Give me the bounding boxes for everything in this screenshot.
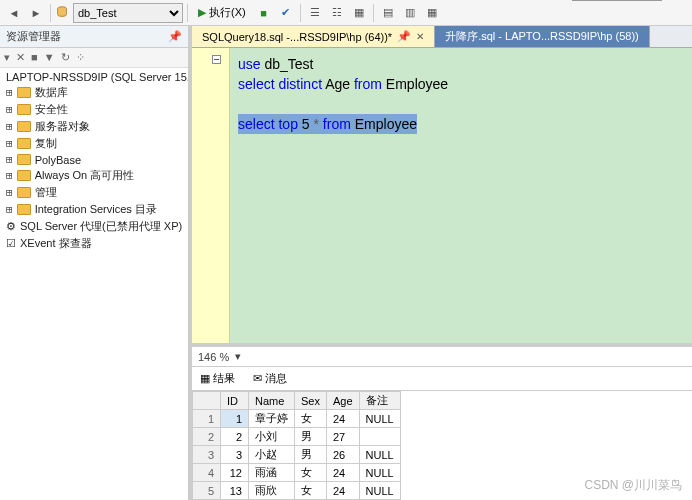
collapse-icon[interactable] [212, 55, 221, 64]
sql-editor[interactable]: use db_Test select distinct Age from Emp… [192, 48, 692, 343]
nav-back-icon[interactable]: ◄ [4, 3, 24, 23]
tool-icon[interactable]: ☷ [327, 3, 347, 23]
tool-icon[interactable]: ▤ [378, 3, 398, 23]
filter-icon[interactable]: ▼ [44, 51, 55, 64]
tree-node[interactable]: ☑XEvent 探查器 [4, 235, 184, 252]
refresh-icon[interactable]: ↻ [61, 51, 70, 64]
database-selector[interactable]: db_Test [55, 3, 183, 23]
activity-icon[interactable]: ⁘ [76, 51, 85, 64]
tool-icon[interactable]: ▦ [422, 3, 442, 23]
disconnect-icon[interactable]: ✕ [16, 51, 25, 64]
col-header[interactable]: Sex [295, 392, 327, 410]
tree-node[interactable]: ⊞PolyBase [4, 152, 184, 167]
explorer-toolbar: ▾ ✕ ■ ▼ ↻ ⁘ [0, 48, 188, 68]
main-toolbar: ◄ ► db_Test ▶ 执行(X) ■ ✔ ☰ ☷ ▦ ▤ ▥ ▦ [0, 0, 692, 26]
folder-icon [17, 138, 31, 149]
tree-node[interactable]: ⚙SQL Server 代理(已禁用代理 XP) [4, 218, 184, 235]
tab-active[interactable]: SQLQuery18.sql -...RSSD9IP\hp (64))* 📌 ✕ [192, 26, 435, 47]
watermark: CSDN @川川菜鸟 [584, 477, 682, 494]
col-header[interactable]: Name [249, 392, 295, 410]
tree-node[interactable]: ⊞复制 [4, 135, 184, 152]
pin-icon[interactable]: 📌 [168, 30, 182, 43]
tree-node[interactable]: ⊞安全性 [4, 101, 184, 118]
stop-icon[interactable]: ■ [31, 51, 38, 64]
database-select[interactable]: db_Test [73, 3, 183, 23]
tree-node[interactable]: ⊞Always On 高可用性 [4, 167, 184, 184]
tab-inactive[interactable]: 升降序.sql - LAPTO...RSSD9IP\hp (58)) [435, 26, 650, 47]
folder-icon [17, 121, 31, 132]
folder-icon [17, 104, 31, 115]
tool-icon[interactable]: ☰ [305, 3, 325, 23]
xevent-icon: ☑ [6, 237, 16, 250]
panel-title: 资源管理器 [6, 29, 61, 44]
col-header[interactable] [193, 392, 221, 410]
grid-icon: ▦ [200, 372, 210, 385]
folder-icon [17, 154, 31, 165]
agent-icon: ⚙ [6, 220, 16, 233]
parse-icon[interactable]: ✔ [276, 3, 296, 23]
execute-label: 执行(X) [209, 5, 246, 20]
tree-node[interactable]: ⊞服务器对象 [4, 118, 184, 135]
object-explorer: 资源管理器 📌 ▾ ✕ ■ ▼ ↻ ⁘ LAPTOP-NRSSD9IP (SQL… [0, 26, 192, 500]
folder-icon [17, 187, 31, 198]
zoom-indicator[interactable]: 146 %▾ [192, 347, 692, 367]
nav-fwd-icon[interactable]: ► [26, 3, 46, 23]
tool-icon[interactable]: ▥ [400, 3, 420, 23]
play-icon: ▶ [198, 6, 206, 19]
object-tree[interactable]: LAPTOP-NRSSD9IP (SQL Server 15.0..) ⊞数据库… [0, 68, 188, 254]
file-tabs: SQLQuery18.sql -...RSSD9IP\hp (64))* 📌 ✕… [192, 26, 692, 48]
editor-panel: SQLQuery18.sql -...RSSD9IP\hp (64))* 📌 ✕… [192, 26, 692, 500]
tree-node[interactable]: ⊞Integration Services 目录 [4, 201, 184, 218]
table-row[interactable]: 11章子婷女24NULL [193, 410, 401, 428]
folder-icon [17, 87, 31, 98]
col-header[interactable]: Age [326, 392, 359, 410]
col-header[interactable]: 备注 [359, 392, 400, 410]
table-row[interactable]: 513雨欣女24NULL [193, 482, 401, 500]
tree-node[interactable]: ⊞管理 [4, 184, 184, 201]
messages-tab[interactable]: ✉消息 [249, 369, 291, 388]
tree-node[interactable]: ⊞数据库 [4, 84, 184, 101]
table-row[interactable]: 412雨涵女24NULL [193, 464, 401, 482]
result-tabs: ▦结果 ✉消息 [192, 367, 692, 391]
message-icon: ✉ [253, 372, 262, 385]
execute-button[interactable]: ▶ 执行(X) [192, 3, 252, 23]
panel-title-bar: 资源管理器 📌 [0, 26, 188, 48]
col-header[interactable]: ID [221, 392, 249, 410]
database-icon [55, 5, 69, 21]
pin-icon[interactable]: 📌 [397, 30, 411, 43]
folder-icon [17, 170, 31, 181]
code-area[interactable]: use db_Test select distinct Age from Emp… [230, 48, 456, 343]
editor-gutter [192, 48, 230, 343]
table-row[interactable]: 22小刘男27 [193, 428, 401, 446]
debug-icon[interactable]: ■ [254, 3, 274, 23]
connect-icon[interactable]: ▾ [4, 51, 10, 64]
server-node[interactable]: LAPTOP-NRSSD9IP (SQL Server 15.0..) [4, 70, 184, 84]
tool-icon[interactable]: ▦ [349, 3, 369, 23]
results-tab[interactable]: ▦结果 [196, 369, 239, 388]
table-row[interactable]: 33小赵男26NULL [193, 446, 401, 464]
folder-icon [17, 204, 31, 215]
object-dropdown[interactable]: sdept ▾ [572, 0, 662, 1]
close-icon[interactable]: ✕ [416, 31, 424, 42]
